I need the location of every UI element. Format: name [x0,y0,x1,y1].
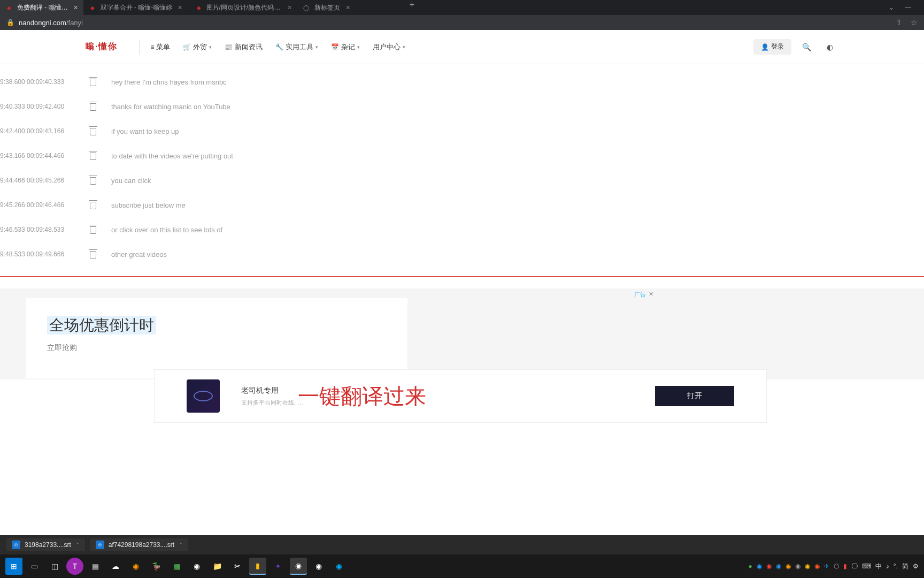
tray-icon[interactable]: ✈ [824,562,829,570]
time-end: 00:09:45.266 [27,177,75,184]
search-icon: 🔍 [802,43,811,51]
tray-icon[interactable]: ♪ [886,562,889,570]
subtitle-text[interactable]: you can click [111,177,151,185]
tray-icon[interactable]: ◉ [786,562,791,570]
delete-button[interactable] [75,102,111,111]
download-item[interactable]: ℗ af74298198a2733....srt ⌃ [90,538,188,551]
nav-item-trade[interactable]: 🛒 外贸 ▾ [183,42,212,52]
delete-button[interactable] [75,201,111,209]
taskbar-app-icon[interactable]: ✦ [270,558,287,575]
taskbar-app-icon[interactable]: ▤ [87,558,104,575]
tray-icon[interactable]: ◉ [805,562,810,570]
time-end: 00:09:46.466 [27,201,75,209]
banner-title: 老司机专用 [241,386,303,396]
tray-icon[interactable]: ◉ [795,562,800,570]
taskbar-app-icon[interactable]: ◫ [46,558,63,575]
window-expand-icon[interactable]: ⌄ [889,4,894,11]
url-input[interactable]: nandongni.com/fanyi [19,19,896,27]
taskbar-app-icon[interactable]: ◉ [310,558,327,575]
menu-icon: ≡ [150,43,154,51]
close-icon[interactable]: ✕ [345,4,350,11]
browser-tab[interactable]: ◆ 双字幕合并 - 嗡懂-嗡懂妳 ✕ [83,0,190,15]
browser-tab[interactable]: ◆ 图片/网页设计/颜色代码对照表- ✕ [190,0,297,15]
ad-region: 广告 ✕ 全场优惠倒计时 立即抢购 [0,288,924,379]
tray-keyboard-icon[interactable]: ⌨ [862,562,871,570]
browser-tabs-bar: ◆ 免费翻译 - 嗡懂… ✕ ◆ 双字幕合并 - 嗡懂-嗡懂妳 ✕ ◆ 图片/网… [0,0,924,15]
browser-tab[interactable]: ◯ 新标签页 ✕ [297,0,404,15]
tray-icon[interactable]: ● [749,562,752,570]
favicon-icon: ◯ [303,4,310,11]
ad-card[interactable]: 全场优惠倒计时 立即抢购 [26,298,407,378]
tray-icon[interactable]: ⬡ [834,562,839,570]
taskbar-app-icon[interactable]: ▦ [168,558,185,575]
tray-icon[interactable]: ◉ [757,562,762,570]
subtitle-text[interactable]: subscribe just below me [111,201,186,209]
nav-item-menu[interactable]: ≡ 菜单 [150,42,170,52]
subtitle-text[interactable]: or click over on this list to see lots o… [111,226,222,234]
delete-button[interactable] [75,250,111,258]
taskbar-app-icon[interactable]: T [66,558,83,575]
delete-button[interactable] [75,78,111,86]
settings-icon[interactable]: ⚙ [913,562,919,570]
ad-close-icon[interactable]: ✕ [649,291,653,298]
tray-icon[interactable]: ◉ [776,562,781,570]
banner-open-button[interactable]: 打开 [655,386,734,406]
tray-icon[interactable]: ◉ [766,562,772,570]
delete-button[interactable] [75,225,111,234]
browser-tab-active[interactable]: ◆ 免费翻译 - 嗡懂… ✕ [0,0,83,15]
nav-label: 新闻资讯 [235,42,263,52]
download-item[interactable]: ℗ 3198a2733....srt ⌃ [6,538,85,551]
nav-item-user-center[interactable]: 用户中心 ▾ [373,42,405,52]
share-icon[interactable]: ⇧ [896,18,902,27]
trash-icon [89,151,97,160]
taskbar-app-icon[interactable]: 📁 [209,558,226,575]
taskbar-app-icon[interactable]: ▮ [249,558,266,575]
tray-icon[interactable]: °, [894,562,898,570]
subtitle-text[interactable]: thanks for watching manic on YouTube [111,103,230,111]
wrench-icon: 🔧 [275,43,283,51]
subtitle-text[interactable]: if you want to keep up [111,127,179,135]
site-logo[interactable]: 嗡·懂你 [86,41,118,52]
delete-button[interactable] [75,151,111,160]
login-button[interactable]: 👤 登录 [753,39,791,55]
delete-button[interactable] [75,127,111,135]
lock-icon[interactable]: 🔒 [6,19,14,26]
subtitle-text[interactable]: other great videos [111,250,167,258]
taskbar-app-icon[interactable]: ✂ [229,558,246,575]
chevron-up-icon[interactable]: ⌃ [179,542,183,548]
bookmark-icon[interactable]: ☆ [911,18,918,27]
nav-item-news[interactable]: 📰 新闻资讯 [225,42,263,52]
taskbar-app-icon[interactable]: ⊞ [5,558,22,575]
subtitle-text[interactable]: hey there I'm chris hayes from msnbc [111,78,227,86]
taskbar-app-icon[interactable]: 🦆 [148,558,165,575]
taskbar-app-icon[interactable]: ▭ [26,558,43,575]
close-icon[interactable]: ✕ [178,4,182,11]
nav-item-tools[interactable]: 🔧 实用工具 ▾ [275,42,318,52]
chevron-down-icon: ▾ [315,44,318,50]
tray-icon[interactable]: 🖵 [851,562,858,570]
delete-button[interactable] [75,176,111,185]
taskbar-app-icon[interactable]: ☁ [107,558,124,575]
taskbar-app-icon[interactable]: ◉ [127,558,144,575]
chevron-down-icon: ▾ [357,44,360,50]
close-icon[interactable]: ✕ [287,4,292,11]
ime-indicator[interactable]: 中 [875,562,882,571]
taskbar-app-icon[interactable]: ◉ [290,558,307,575]
taskbar-app-icon[interactable]: ◉ [330,558,348,575]
chevron-up-icon[interactable]: ⌃ [75,542,80,548]
trash-icon [89,78,97,86]
ime-mode[interactable]: 简 [902,562,908,571]
subtitle-text[interactable]: to date with the videos we're putting ou… [111,152,233,160]
close-icon[interactable]: ✕ [73,4,78,11]
tray-icon[interactable]: ▮ [843,562,847,570]
theme-toggle-button[interactable]: ◐ [821,39,838,56]
taskbar-app-icon[interactable]: ◉ [188,558,205,575]
new-tab-button[interactable]: + [404,0,420,15]
window-minimize-icon[interactable]: — [905,4,911,11]
search-button[interactable]: 🔍 [798,39,815,56]
time-end: 00:09:43.166 [27,127,75,135]
separator [0,276,924,277]
nav-label: 菜单 [156,42,170,52]
tray-icon[interactable]: ◉ [814,562,820,570]
nav-item-notes[interactable]: 📅 杂记 ▾ [331,42,360,52]
